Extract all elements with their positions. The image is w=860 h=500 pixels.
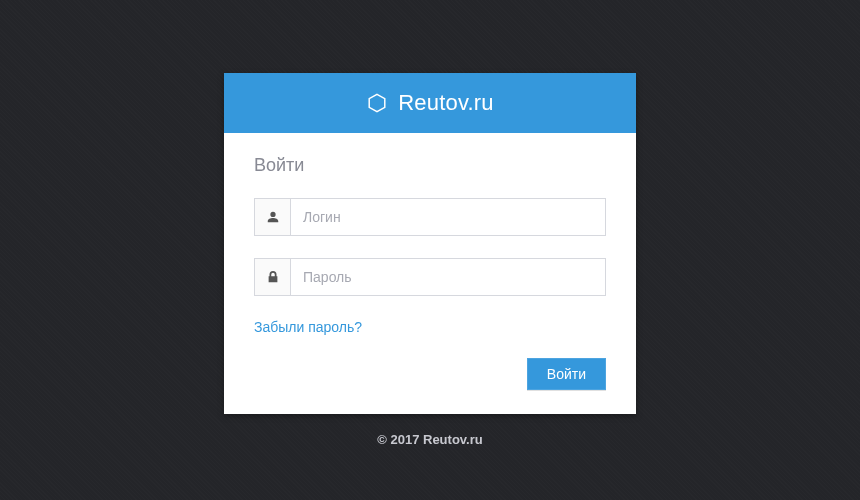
brand-title: Reutov.ru bbox=[398, 90, 494, 116]
user-icon bbox=[255, 199, 291, 235]
login-input[interactable] bbox=[291, 199, 605, 235]
forgot-password: Забыли пароль? bbox=[254, 318, 606, 336]
page-footer: © 2017 Reutov.ru bbox=[377, 432, 482, 447]
forgot-password-link[interactable]: Забыли пароль? bbox=[254, 319, 362, 335]
card-header: Reutov.ru bbox=[224, 73, 636, 133]
submit-button[interactable]: Войти bbox=[527, 358, 606, 390]
login-card: Reutov.ru Войти Забыли пароль? Войти bbox=[224, 73, 636, 414]
lock-icon bbox=[255, 259, 291, 295]
card-body: Войти Забыли пароль? Войти bbox=[224, 133, 636, 414]
hexagon-icon bbox=[366, 92, 388, 114]
password-input[interactable] bbox=[291, 259, 605, 295]
form-actions: Войти bbox=[254, 358, 606, 390]
password-input-group bbox=[254, 258, 606, 296]
login-input-group bbox=[254, 198, 606, 236]
form-title: Войти bbox=[254, 155, 606, 176]
